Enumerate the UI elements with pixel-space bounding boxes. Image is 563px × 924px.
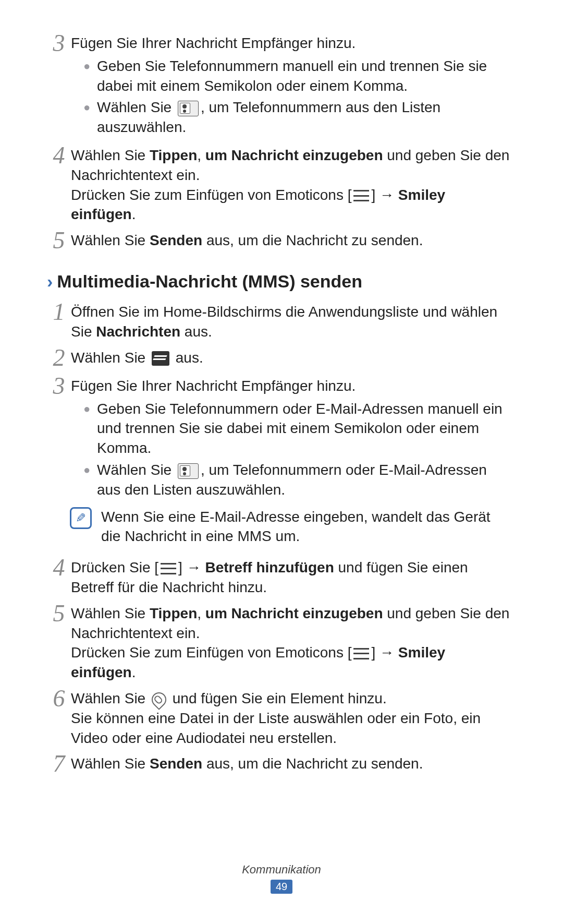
menu-icon — [161, 563, 176, 574]
mms-step-5: 5 Wählen Sie Tippen, um Nachricht einzug… — [47, 602, 511, 682]
step-number: 5 — [47, 229, 71, 253]
note-text: Wenn Sie eine E-Mail-Adresse eingeben, w… — [92, 507, 511, 547]
step-body: Drücken Sie [] → Betreff hinzufügen und … — [71, 556, 511, 597]
step-number: 6 — [47, 687, 71, 711]
bullet-text: Geben Sie Telefonnummern manuell ein und… — [97, 56, 511, 96]
bullet-dot-icon: ● — [83, 460, 97, 480]
section-title: Multimedia-Nachricht (MMS) senden — [57, 271, 362, 292]
step-number: 5 — [47, 602, 71, 626]
mms-step-1: 1 Öffnen Sie im Home-Bildschirms die Anw… — [47, 300, 511, 342]
step-body: Wählen Sie und fügen Sie ein Element hin… — [71, 687, 511, 748]
note-icon — [70, 507, 92, 529]
step-body: Wählen Sie Senden aus, um die Nachricht … — [71, 229, 511, 250]
bullet-dot-icon: ● — [83, 56, 97, 76]
step-body: Wählen Sie aus. — [71, 346, 511, 368]
bullet-dot-icon: ● — [83, 399, 97, 419]
step-number: 4 — [47, 143, 71, 167]
bullet-item: ● Geben Sie Telefonnummern manuell ein u… — [83, 56, 511, 96]
mms-step-2: 2 Wählen Sie aus. — [47, 346, 511, 370]
page-footer: Kommunikation 49 — [0, 863, 563, 894]
compose-icon — [152, 351, 169, 366]
bullet-item: ● Wählen Sie , um Telefonnummern aus den… — [83, 98, 511, 137]
step-body: Wählen Sie Tippen, um Nachricht einzugeb… — [71, 143, 511, 224]
step-5: 5 Wählen Sie Senden aus, um die Nachrich… — [47, 229, 511, 253]
step-body: Wählen Sie Senden aus, um die Nachricht … — [71, 752, 511, 774]
mms-step-3: 3 Fügen Sie Ihrer Nachricht Empfänger hi… — [47, 374, 511, 502]
bullet-dot-icon: ● — [83, 98, 97, 117]
step-number: 7 — [47, 752, 71, 776]
step-4: 4 Wählen Sie Tippen, um Nachricht einzug… — [47, 143, 511, 224]
note-callout: Wenn Sie eine E-Mail-Adresse eingeben, w… — [70, 507, 511, 547]
chevron-icon: › — [47, 271, 53, 292]
menu-icon — [353, 648, 369, 659]
contact-icon — [178, 101, 199, 116]
section-heading: › Multimedia-Nachricht (MMS) senden — [47, 271, 511, 292]
step-number: 3 — [47, 374, 71, 398]
bullet-list: ● Geben Sie Telefonnummern oder E-Mail-A… — [71, 399, 511, 500]
menu-icon — [353, 190, 369, 201]
mms-step-6: 6 Wählen Sie und fügen Sie ein Element h… — [47, 687, 511, 748]
page-number: 49 — [271, 880, 292, 894]
bullet-list: ● Geben Sie Telefonnummern manuell ein u… — [71, 56, 511, 137]
step-body: Wählen Sie Tippen, um Nachricht einzugeb… — [71, 602, 511, 682]
mms-step-4: 4 Drücken Sie [] → Betreff hinzufügen un… — [47, 556, 511, 597]
step-number: 2 — [47, 346, 71, 370]
step-text: Fügen Sie Ihrer Nachricht Empfänger hinz… — [71, 35, 356, 51]
step-body: Öffnen Sie im Home-Bildschirms die Anwen… — [71, 300, 511, 342]
step-number: 1 — [47, 300, 71, 324]
paperclip-icon — [149, 689, 169, 710]
step-body: Fügen Sie Ihrer Nachricht Empfänger hinz… — [71, 31, 511, 139]
step-3: 3 Fügen Sie Ihrer Nachricht Empfänger hi… — [47, 31, 511, 139]
footer-section: Kommunikation — [0, 863, 563, 877]
bullet-item: ● Wählen Sie , um Telefonnummern oder E-… — [83, 460, 511, 500]
contact-icon — [178, 463, 199, 479]
step-number: 4 — [47, 556, 71, 580]
step-body: Fügen Sie Ihrer Nachricht Empfänger hinz… — [71, 374, 511, 502]
bullet-text: Wählen Sie , um Telefonnummern aus den L… — [97, 98, 511, 137]
step-number: 3 — [47, 31, 71, 55]
mms-step-7: 7 Wählen Sie Senden aus, um die Nachrich… — [47, 752, 511, 776]
page: 3 Fügen Sie Ihrer Nachricht Empfänger hi… — [0, 0, 563, 924]
bullet-item: ● Geben Sie Telefonnummern oder E-Mail-A… — [83, 399, 511, 458]
bullet-text: Wählen Sie , um Telefonnummern oder E-Ma… — [97, 460, 511, 500]
bullet-text: Geben Sie Telefonnummern oder E-Mail-Adr… — [97, 399, 511, 458]
step-text: Fügen Sie Ihrer Nachricht Empfänger hinz… — [71, 378, 356, 394]
